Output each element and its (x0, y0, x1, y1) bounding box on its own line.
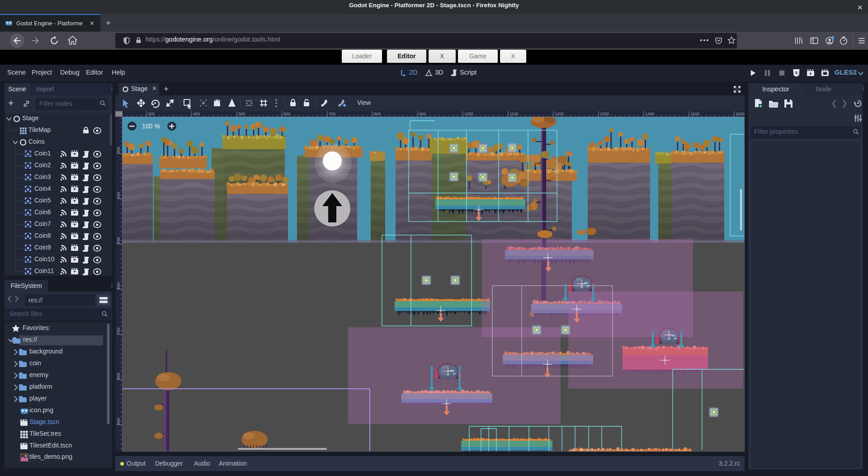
svg-text:300: 300 (116, 146, 121, 153)
svg-text:1600: 1600 (736, 112, 745, 116)
svg-text:5: 5 (795, 71, 797, 75)
svg-text:1500: 1500 (690, 112, 699, 116)
svg-text:1200: 1200 (555, 112, 564, 116)
svg-text:100 %: 100 % (142, 123, 160, 130)
svg-text:1300: 1300 (600, 112, 609, 116)
svg-text:800: 800 (116, 372, 121, 379)
svg-text:700: 700 (116, 327, 121, 334)
svg-text:300: 300 (148, 112, 155, 116)
svg-text:1400: 1400 (645, 112, 654, 116)
svg-text:1000: 1000 (464, 112, 473, 116)
svg-text:400: 400 (116, 192, 121, 198)
svg-text:500: 500 (116, 237, 121, 244)
svg-text:600: 600 (116, 282, 121, 289)
svg-text:1100: 1100 (509, 112, 518, 116)
svg-text:700: 700 (329, 112, 335, 116)
svg-text:900: 900 (419, 112, 426, 116)
svg-text:500: 500 (238, 112, 245, 116)
svg-text:400: 400 (193, 112, 200, 116)
svg-text:800: 800 (374, 112, 381, 116)
svg-text:600: 600 (283, 112, 290, 116)
svg-text:900: 900 (116, 418, 121, 424)
